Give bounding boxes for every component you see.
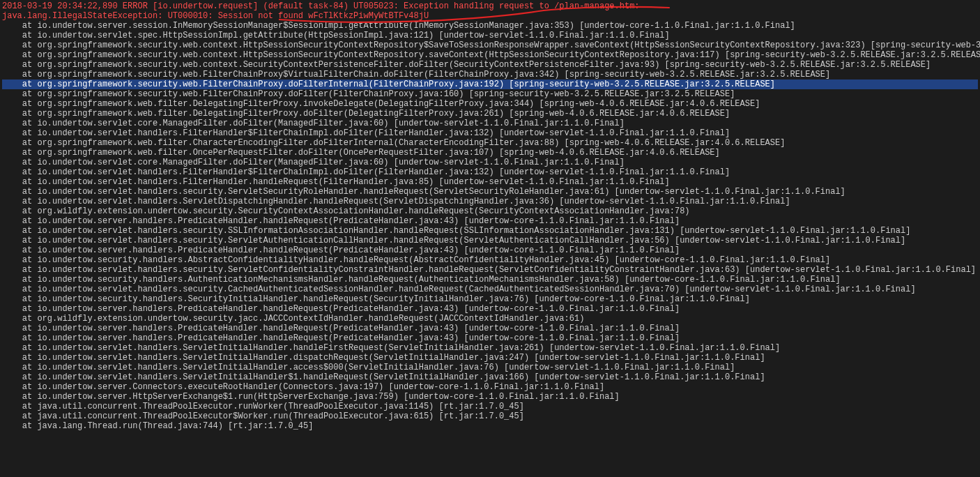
stack-line[interactable]: at io.undertow.security.handlers.Securit…: [2, 294, 978, 304]
stack-line[interactable]: at io.undertow.servlet.handlers.ServletD…: [2, 197, 978, 206]
stack-line[interactable]: at io.undertow.servlet.handlers.FilterHa…: [2, 177, 978, 187]
stack-line[interactable]: at io.undertow.server.handlers.Predicate…: [2, 333, 978, 343]
stack-line[interactable]: at io.undertow.server.handlers.Predicate…: [2, 304, 978, 314]
stack-line[interactable]: at java.util.concurrent.ThreadPoolExecut…: [2, 402, 978, 411]
stack-line[interactable]: at io.undertow.server.Connectors.execute…: [2, 382, 978, 392]
log-viewer[interactable]: 2018-03-19 20:34:22,890 ERROR [io.undert…: [0, 0, 980, 432]
stack-line[interactable]: at io.undertow.server.handlers.Predicate…: [2, 216, 978, 226]
stack-line[interactable]: at io.undertow.servlet.spec.HttpSessionI…: [2, 31, 978, 40]
stack-line[interactable]: at io.undertow.servlet.handlers.FilterHa…: [2, 128, 978, 138]
stack-line[interactable]: at io.undertow.security.handlers.Authent…: [2, 275, 978, 285]
stack-line[interactable]: at io.undertow.servlet.core.ManagedFilte…: [2, 158, 978, 167]
error-header-line-1[interactable]: 2018-03-19 20:34:22,890 ERROR [io.undert…: [2, 1, 978, 11]
stack-line[interactable]: at java.lang.Thread.run(Thread.java:744)…: [2, 421, 978, 431]
stack-line[interactable]: at io.undertow.security.handlers.Abstrac…: [2, 255, 978, 265]
stack-line[interactable]: at org.springframework.security.web.Filt…: [2, 89, 978, 99]
stack-line[interactable]: at io.undertow.server.handlers.Predicate…: [2, 245, 978, 255]
stack-line[interactable]: at io.undertow.servlet.core.ManagedFilte…: [2, 119, 978, 128]
stack-line[interactable]: at org.springframework.web.filter.Delega…: [2, 109, 978, 119]
stack-line[interactable]: at io.undertow.servlet.handlers.security…: [2, 285, 978, 294]
stack-line[interactable]: at org.springframework.security.web.Filt…: [2, 70, 978, 80]
stack-line[interactable]: at io.undertow.servlet.handlers.security…: [2, 236, 978, 245]
stack-line[interactable]: at org.wildfly.extension.undertow.securi…: [2, 206, 978, 216]
stack-line[interactable]: at io.undertow.servlet.handlers.ServletI…: [2, 372, 978, 382]
error-header-line-2[interactable]: java.lang.IllegalStateException: UT00001…: [2, 11, 978, 21]
stack-line[interactable]: at io.undertow.servlet.handlers.security…: [2, 187, 978, 197]
stack-line[interactable]: at org.springframework.security.web.cont…: [2, 40, 978, 50]
stack-line[interactable]: at org.springframework.security.web.cont…: [2, 60, 978, 70]
stack-line[interactable]: at io.undertow.servlet.handlers.FilterHa…: [2, 167, 978, 177]
stack-line[interactable]: at org.springframework.security.web.Filt…: [2, 80, 978, 89]
stack-line[interactable]: at io.undertow.server.session.InMemorySe…: [2, 21, 978, 31]
stack-line[interactable]: at io.undertow.server.HttpServerExchange…: [2, 392, 978, 402]
stack-line[interactable]: at java.util.concurrent.ThreadPoolExecut…: [2, 411, 978, 421]
stack-line[interactable]: at io.undertow.servlet.handlers.security…: [2, 265, 978, 275]
stack-line[interactable]: at io.undertow.servlet.handlers.ServletI…: [2, 363, 978, 372]
stack-trace[interactable]: at io.undertow.server.session.InMemorySe…: [2, 21, 978, 431]
stack-line[interactable]: at org.springframework.web.filter.OncePe…: [2, 148, 978, 158]
stack-line[interactable]: at io.undertow.servlet.handlers.ServletI…: [2, 343, 978, 353]
stack-line[interactable]: at org.springframework.security.web.cont…: [2, 50, 978, 60]
stack-line[interactable]: at org.springframework.web.filter.Charac…: [2, 138, 978, 148]
stack-line[interactable]: at io.undertow.servlet.handlers.security…: [2, 226, 978, 236]
stack-line[interactable]: at io.undertow.server.handlers.Predicate…: [2, 324, 978, 333]
stack-line[interactable]: at io.undertow.servlet.handlers.ServletI…: [2, 353, 978, 363]
stack-line[interactable]: at org.springframework.web.filter.Delega…: [2, 99, 978, 109]
stack-line[interactable]: at org.wildfly.extension.undertow.securi…: [2, 314, 978, 324]
